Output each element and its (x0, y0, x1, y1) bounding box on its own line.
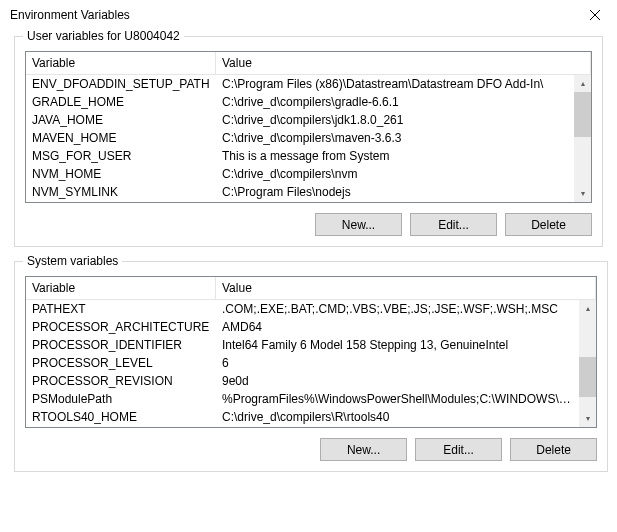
variable-name-cell: MAVEN_HOME (26, 130, 216, 146)
scrollbar[interactable]: ▴ ▾ (579, 300, 596, 427)
table-row[interactable]: MAVEN_HOMEC:\drive_d\compilers\maven-3.6… (26, 129, 574, 147)
variable-value-cell: C:\drive_d\compilers\nvm (216, 166, 574, 182)
variable-name-cell: RTOOLS40_HOME (26, 409, 216, 425)
col-header-value[interactable]: Value (216, 52, 591, 74)
list-body: PATHEXT.COM;.EXE;.BAT;.CMD;.VBS;.VBE;.JS… (26, 300, 596, 427)
variable-value-cell: %ProgramFiles%\WindowsPowerShell\Modules… (216, 391, 579, 407)
table-row[interactable]: ENV_DFOADDIN_SETUP_PATHC:\Program Files … (26, 75, 574, 93)
table-row[interactable]: RTOOLS40_HOMEC:\drive_d\compilers\R\rtoo… (26, 408, 579, 426)
user-button-row: New... Edit... Delete (25, 213, 592, 236)
variable-value-cell: C:\drive_d\compilers\jdk1.8.0_261 (216, 112, 574, 128)
variable-value-cell: C:\Program Files (x86)\Datastream\Datast… (216, 76, 574, 92)
scroll-down-arrow[interactable]: ▾ (574, 185, 591, 202)
col-header-value[interactable]: Value (216, 277, 596, 299)
system-group-title: System variables (23, 254, 122, 268)
variable-value-cell: C:\Program Files\nodejs (216, 184, 574, 200)
col-header-variable[interactable]: Variable (26, 277, 216, 299)
titlebar: Environment Variables (0, 0, 617, 30)
table-row[interactable]: PATHEXT.COM;.EXE;.BAT;.CMD;.VBS;.VBE;.JS… (26, 300, 579, 318)
scroll-thumb[interactable] (574, 92, 591, 137)
system-variables-group: System variables Variable Value PATHEXT.… (14, 261, 608, 472)
table-row[interactable]: PROCESSOR_IDENTIFIERIntel64 Family 6 Mod… (26, 336, 579, 354)
variable-value-cell: 9e0d (216, 373, 579, 389)
table-row[interactable]: PROCESSOR_REVISION9e0d (26, 372, 579, 390)
system-button-row: New... Edit... Delete (25, 438, 597, 461)
dialog-body: User variables for U8004042 Variable Val… (0, 30, 617, 500)
close-icon (590, 10, 600, 20)
table-row[interactable]: PROCESSOR_LEVEL6 (26, 354, 579, 372)
variable-value-cell: C:\drive_d\compilers\R\rtools40 (216, 409, 579, 425)
variable-value-cell: This is a message from System (216, 148, 574, 164)
user-variables-group: User variables for U8004042 Variable Val… (14, 36, 603, 247)
list-header: Variable Value (26, 277, 596, 300)
edit-button[interactable]: Edit... (415, 438, 502, 461)
table-row[interactable]: MSG_FOR_USERThis is a message from Syste… (26, 147, 574, 165)
variable-name-cell: PSModulePath (26, 391, 216, 407)
dialog-title: Environment Variables (10, 8, 572, 22)
variable-value-cell: 6 (216, 355, 579, 371)
variable-value-cell: .COM;.EXE;.BAT;.CMD;.VBS;.VBE;.JS;.JSE;.… (216, 301, 579, 317)
variable-name-cell: JAVA_HOME (26, 112, 216, 128)
delete-button[interactable]: Delete (505, 213, 592, 236)
variable-name-cell: GRADLE_HOME (26, 94, 216, 110)
new-button[interactable]: New... (320, 438, 407, 461)
edit-button[interactable]: Edit... (410, 213, 497, 236)
scroll-thumb[interactable] (579, 357, 596, 397)
variable-name-cell: PATHEXT (26, 301, 216, 317)
variable-value-cell: C:\drive_d\compilers\maven-3.6.3 (216, 130, 574, 146)
col-header-variable[interactable]: Variable (26, 52, 216, 74)
new-button[interactable]: New... (315, 213, 402, 236)
variable-name-cell: NVM_SYMLINK (26, 184, 216, 200)
user-variables-list[interactable]: Variable Value ENV_DFOADDIN_SETUP_PATHC:… (25, 51, 592, 203)
scrollbar[interactable]: ▴ ▾ (574, 75, 591, 202)
variable-name-cell: PROCESSOR_LEVEL (26, 355, 216, 371)
variable-name-cell: ENV_DFOADDIN_SETUP_PATH (26, 76, 216, 92)
scroll-down-arrow[interactable]: ▾ (579, 410, 596, 427)
table-row[interactable]: GRADLE_HOMEC:\drive_d\compilers\gradle-6… (26, 93, 574, 111)
variable-name-cell: PROCESSOR_IDENTIFIER (26, 337, 216, 353)
table-row[interactable]: PROCESSOR_ARCHITECTUREAMD64 (26, 318, 579, 336)
table-row[interactable]: NVM_SYMLINKC:\Program Files\nodejs (26, 183, 574, 201)
system-variables-list[interactable]: Variable Value PATHEXT.COM;.EXE;.BAT;.CM… (25, 276, 597, 428)
variable-value-cell: Intel64 Family 6 Model 158 Stepping 13, … (216, 337, 579, 353)
table-row[interactable]: NVM_HOMEC:\drive_d\compilers\nvm (26, 165, 574, 183)
list-header: Variable Value (26, 52, 591, 75)
close-button[interactable] (572, 0, 617, 30)
delete-button[interactable]: Delete (510, 438, 597, 461)
variable-name-cell: PROCESSOR_REVISION (26, 373, 216, 389)
variable-name-cell: MSG_FOR_USER (26, 148, 216, 164)
scroll-track[interactable] (574, 92, 591, 185)
scroll-up-arrow[interactable]: ▴ (579, 300, 596, 317)
table-row[interactable]: PSModulePath%ProgramFiles%\WindowsPowerS… (26, 390, 579, 408)
variable-value-cell: AMD64 (216, 319, 579, 335)
user-group-title: User variables for U8004042 (23, 29, 184, 43)
variable-value-cell: C:\drive_d\compilers\gradle-6.6.1 (216, 94, 574, 110)
scroll-up-arrow[interactable]: ▴ (574, 75, 591, 92)
variable-name-cell: NVM_HOME (26, 166, 216, 182)
variable-name-cell: PROCESSOR_ARCHITECTURE (26, 319, 216, 335)
table-row[interactable]: JAVA_HOMEC:\drive_d\compilers\jdk1.8.0_2… (26, 111, 574, 129)
list-body: ENV_DFOADDIN_SETUP_PATHC:\Program Files … (26, 75, 591, 202)
scroll-track[interactable] (579, 317, 596, 410)
